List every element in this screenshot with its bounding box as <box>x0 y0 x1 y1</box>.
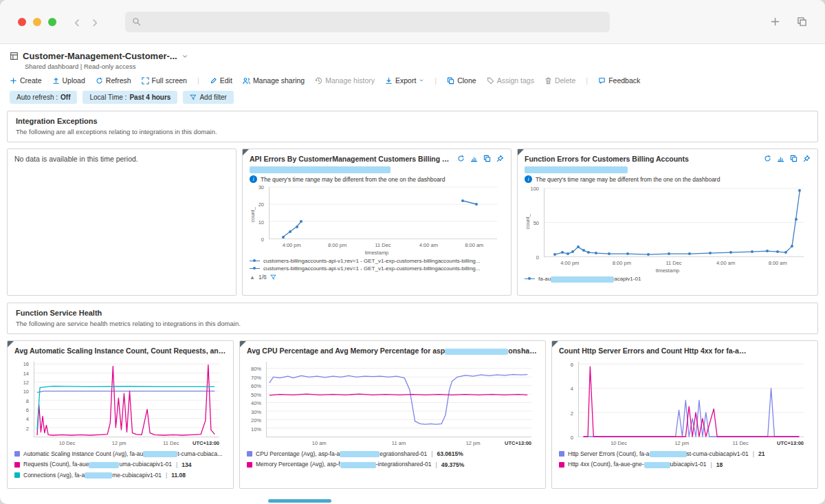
data-point <box>566 252 569 255</box>
tile-no-data[interactable]: No data is available in this time period… <box>7 149 236 296</box>
legend-item: Requests (Count), fa-aueuma-cubiacapiv1-… <box>14 461 226 468</box>
history-icon <box>315 77 322 85</box>
chevron-down-icon <box>419 78 424 83</box>
new-tab-button[interactable] <box>770 17 780 27</box>
auto-refresh-label: Auto refresh : <box>16 94 58 101</box>
series-swatch <box>14 462 20 468</box>
people-icon <box>243 77 250 85</box>
toolbar-item-upload[interactable]: Upload <box>52 76 85 85</box>
dashboard-subtitle: Shared dashboard | Read-only access <box>25 63 815 70</box>
forward-button[interactable]: › <box>92 14 98 30</box>
toolbar-separator: | <box>197 76 199 85</box>
x-tick-label: 11 Dec <box>666 260 681 266</box>
data-point <box>571 250 574 253</box>
tile-title: Count Http Server Errors and Count Http … <box>559 347 811 355</box>
toolbar-item-assign-tags[interactable]: Assign tags <box>487 76 534 85</box>
toolbar-item-delete[interactable]: Delete <box>544 76 575 85</box>
redacted-text <box>340 451 380 457</box>
window-zoom-button[interactable] <box>48 18 56 26</box>
toolbar-item-refresh[interactable]: Refresh <box>96 76 131 85</box>
y-tick-label: 80% <box>251 366 261 372</box>
tile-api-errors[interactable]: API Errors By CustomerManagement Custome… <box>242 149 512 296</box>
plot-area <box>578 362 804 437</box>
window-minimize-button[interactable] <box>33 18 41 26</box>
toolbar-item-edit[interactable]: Edit <box>210 76 232 85</box>
y-tick-label: 20% <box>251 417 261 424</box>
data-point <box>296 226 298 228</box>
data-point <box>709 252 712 254</box>
data-point <box>791 245 793 248</box>
toolbar-item-feedback[interactable]: Feedback <box>598 76 640 85</box>
chart-icon[interactable] <box>777 155 784 162</box>
data-point <box>626 252 629 255</box>
x-tick-label: 8:00 am <box>465 242 483 248</box>
redacted-text <box>525 166 628 173</box>
tag-icon <box>487 77 494 85</box>
cpu-memory-chart: 10%20%30%40%50%60%70%80%10 am11 am12 pmU… <box>247 359 538 447</box>
data-point <box>587 251 590 254</box>
data-point <box>289 230 292 233</box>
trash-icon <box>544 77 552 85</box>
data-point <box>300 220 302 223</box>
toolbar-item-create[interactable]: Create <box>10 76 42 85</box>
x-axis-title: timestamp <box>656 267 680 274</box>
local-time-value: Past 4 hours <box>129 94 170 101</box>
series-swatch <box>14 451 20 457</box>
redacted-text <box>650 451 687 457</box>
y-tick-label: 10 <box>23 388 29 395</box>
pin-icon[interactable] <box>803 155 811 162</box>
refresh-icon[interactable] <box>457 155 465 162</box>
y-tick-label: 40% <box>251 400 261 406</box>
toolbar-item-export[interactable]: Export <box>385 76 424 85</box>
tile-http-errors-metrics[interactable]: Count Http Server Errors and Count Http … <box>551 340 818 489</box>
pin-icon[interactable] <box>496 155 504 162</box>
window-close-button[interactable] <box>18 18 26 26</box>
tile-title: Function Errors for Customers Billing Ac… <box>525 155 689 164</box>
section-subtitle: The following are all exceptions relatin… <box>16 128 809 135</box>
y-tick-label: 30 <box>258 184 264 190</box>
back-button[interactable]: ‹ <box>74 14 80 30</box>
y-tick-label: 2 <box>571 410 573 416</box>
x-tick-label: UTC+13:00 <box>192 440 219 446</box>
no-data-message: No data is available in this time period… <box>14 155 229 163</box>
tile-scaling-metrics[interactable]: Avg Automatic Scaling Instance Count, Co… <box>7 340 234 489</box>
x-tick-label: UTC+13:00 <box>777 440 804 446</box>
data-point <box>595 252 597 254</box>
redacted-text <box>644 462 670 468</box>
tile-cpu-memory-metrics[interactable]: Avg CPU Percentage and Avg Memory Percen… <box>239 340 546 489</box>
copy-icon[interactable] <box>483 155 491 162</box>
chevron-down-icon[interactable] <box>182 53 188 60</box>
redacted-text <box>739 349 811 355</box>
legend-item: customers-billingaccounts-api-v1;rev=1 -… <box>250 265 504 272</box>
copy-icon[interactable] <box>790 155 798 162</box>
local-time-pill[interactable]: Local Time : Past 4 hours <box>82 91 177 104</box>
tile-corner-marker <box>243 149 249 155</box>
data-point <box>461 199 464 202</box>
series-pager[interactable]: ▲ 1/6 <box>250 274 504 281</box>
y-tick-label: 4 <box>26 416 29 422</box>
address-bar[interactable] <box>125 12 610 32</box>
series-swatch <box>559 462 564 468</box>
funnel-icon[interactable] <box>270 274 276 281</box>
x-tick-label: 8:00 am <box>769 260 787 266</box>
tab-overview-button[interactable] <box>797 17 807 27</box>
toolbar-item-manage-history[interactable]: Manage history <box>315 76 375 85</box>
series-swatch <box>559 451 564 457</box>
x-tick-label: 12 pm <box>112 440 126 446</box>
toolbar-item-full-screen[interactable]: Full screen <box>142 76 187 85</box>
horizontal-scrollbar-thumb[interactable] <box>268 499 331 503</box>
toolbar-item-manage-sharing[interactable]: Manage sharing <box>243 76 305 85</box>
tile-function-errors[interactable]: Function Errors for Customers Billing Ac… <box>517 149 818 296</box>
refresh-icon[interactable] <box>764 155 771 162</box>
plus-icon <box>10 77 17 85</box>
chart-line <box>270 375 527 424</box>
fullscreen-icon <box>142 77 149 85</box>
scaling-chart: 24681012141610 Dec12 pm11 DecUTC+13:00 <box>14 359 226 447</box>
section-title: Function Service Health <box>16 309 809 317</box>
x-tick-label: 10 Dec <box>610 440 627 446</box>
auto-refresh-pill[interactable]: Auto refresh : Off <box>10 91 77 104</box>
toolbar-item-clone[interactable]: Clone <box>447 76 476 85</box>
tile-title: Avg CPU Percentage and Avg Memory Percen… <box>247 347 538 355</box>
add-filter-pill[interactable]: Add filter <box>183 91 233 104</box>
chart-icon[interactable] <box>470 155 478 162</box>
